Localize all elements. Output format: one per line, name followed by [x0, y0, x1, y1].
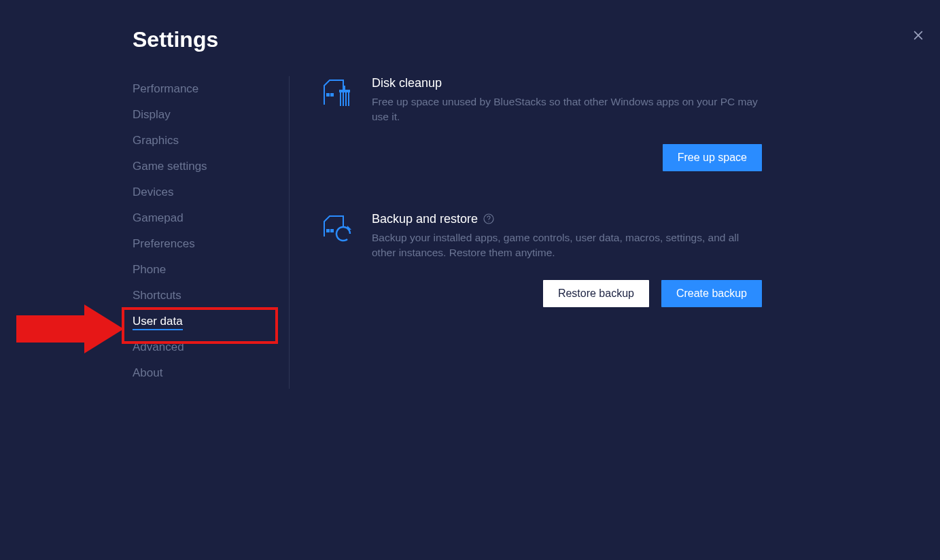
- backup-restore-title: Backup and restore: [372, 212, 478, 226]
- backup-restore-section: Backup and restore Backup your installed…: [320, 212, 762, 307]
- sidebar-item-label: About: [133, 366, 162, 379]
- disk-cleanup-section: Disk cleanup Free up space unused by Blu…: [320, 76, 762, 171]
- sidebar-item-label: Advanced: [133, 340, 184, 353]
- page-title: Settings: [133, 27, 940, 52]
- create-backup-button[interactable]: Create backup: [661, 280, 762, 307]
- backup-restore-icon: [320, 212, 353, 245]
- svg-rect-2: [327, 94, 329, 96]
- sidebar-item-label: Display: [133, 108, 171, 121]
- sidebar-item-gamepad[interactable]: Gamepad: [133, 205, 289, 231]
- sidebar-item-shortcuts[interactable]: Shortcuts: [133, 283, 289, 309]
- help-icon[interactable]: [483, 213, 494, 224]
- disk-cleanup-icon: [320, 76, 353, 109]
- sidebar-item-about[interactable]: About: [133, 360, 289, 386]
- sidebar-item-label: Preferences: [133, 237, 195, 250]
- sidebar-item-phone[interactable]: Phone: [133, 257, 289, 283]
- sidebar-item-advanced[interactable]: Advanced: [133, 334, 289, 360]
- sidebar-item-display[interactable]: Display: [133, 102, 289, 128]
- disk-cleanup-title: Disk cleanup: [372, 76, 442, 90]
- sidebar-item-label: User data: [133, 315, 183, 330]
- free-up-space-button[interactable]: Free up space: [663, 144, 762, 171]
- main-content: Disk cleanup Free up space unused by Blu…: [320, 76, 762, 389]
- restore-backup-button[interactable]: Restore backup: [543, 280, 649, 307]
- sidebar-item-label: Gamepad: [133, 211, 184, 224]
- sidebar-item-label: Graphics: [133, 134, 179, 147]
- svg-rect-3: [331, 94, 333, 96]
- sidebar-item-label: Devices: [133, 186, 173, 198]
- sidebar-item-game-settings[interactable]: Game settings: [133, 154, 289, 179]
- sidebar-item-label: Game settings: [133, 160, 207, 173]
- sidebar-item-label: Performance: [133, 82, 198, 95]
- settings-sidebar: Performance Display Graphics Game settin…: [133, 76, 289, 389]
- sidebar-item-graphics[interactable]: Graphics: [133, 128, 289, 154]
- backup-restore-desc: Backup your installed apps, game control…: [372, 230, 762, 261]
- sidebar-item-performance[interactable]: Performance: [133, 76, 289, 102]
- sidebar-item-devices[interactable]: Devices: [133, 179, 289, 205]
- svg-marker-11: [347, 226, 351, 230]
- sidebar-item-label: Shortcuts: [133, 289, 181, 302]
- svg-rect-10: [331, 230, 333, 232]
- svg-point-13: [488, 222, 489, 222]
- sidebar-item-label: Phone: [133, 263, 166, 276]
- disk-cleanup-desc: Free up space unused by BlueStacks so th…: [372, 94, 762, 125]
- sidebar-item-user-data[interactable]: User data: [133, 309, 289, 334]
- sidebar-divider: [289, 76, 290, 389]
- close-button[interactable]: [911, 29, 925, 42]
- sidebar-item-preferences[interactable]: Preferences: [133, 231, 289, 257]
- svg-rect-9: [327, 230, 329, 232]
